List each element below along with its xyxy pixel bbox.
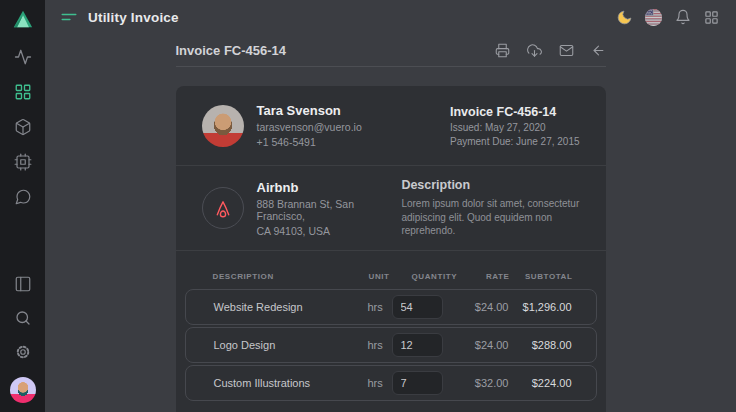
- cpu-icon: [14, 153, 32, 171]
- back-button[interactable]: [591, 43, 606, 58]
- main-content: Invoice FC-456-14: [45, 34, 736, 412]
- col-header-description: DESCRIPTION: [213, 272, 369, 281]
- invoice-description: Description Lorem ipsum dolor sit amet, …: [401, 178, 579, 238]
- invoice-issued-date: Issued: May 27, 2020: [450, 122, 580, 133]
- sidebar-nav-top: [14, 48, 32, 206]
- moon-icon: [616, 9, 633, 26]
- quantity-input[interactable]: [392, 371, 443, 395]
- arrow-left-icon: [591, 43, 606, 58]
- company-name: Airbnb: [257, 180, 402, 195]
- sidebar-item-activity[interactable]: [14, 48, 32, 66]
- panels-icon: [14, 275, 32, 293]
- invoice-toolbar: Invoice FC-456-14: [176, 34, 606, 67]
- item-rate: $24.00: [447, 339, 509, 351]
- table-row: Custom Illustrations hrs $32.00 $224.00: [185, 365, 597, 401]
- table-row: Logo Design hrs $24.00 $288.00: [185, 327, 597, 363]
- company-address-line2: CA 94103, USA: [257, 225, 402, 237]
- sidebar-item-elements[interactable]: [14, 153, 32, 171]
- quantity-input[interactable]: [392, 295, 443, 319]
- item-subtotal: $288.00: [509, 339, 572, 351]
- customer-phone: +1 546-5491: [257, 136, 362, 148]
- navbar-actions: [616, 9, 720, 26]
- profile-avatar[interactable]: [10, 377, 36, 403]
- company-logo-badge: [202, 187, 244, 229]
- notifications-button[interactable]: [674, 9, 691, 26]
- app-logo[interactable]: [0, 0, 45, 38]
- apps-button[interactable]: [703, 9, 720, 26]
- item-rate: $24.00: [447, 301, 509, 313]
- customer-avatar: [202, 105, 244, 147]
- sidebar-item-settings[interactable]: [14, 343, 32, 361]
- table-row: Website Redesign hrs $24.00 $1,296.00: [185, 289, 597, 325]
- bell-icon: [675, 9, 691, 25]
- company-address-line1: 888 Brannan St, San Francisco,: [257, 198, 402, 222]
- invoice-title: Invoice FC-456-14: [176, 43, 287, 58]
- icon-sidebar: [0, 0, 45, 412]
- description-heading: Description: [401, 178, 579, 192]
- item-rate: $32.00: [447, 377, 509, 389]
- invoice-customer-section: Tara Svenson tarasvenson@vuero.io +1 546…: [176, 86, 606, 166]
- us-flag-icon: [645, 9, 662, 26]
- theme-toggle-button[interactable]: [616, 9, 633, 26]
- invoice-meta: Invoice FC-456-14 Issued: May 27, 2020 P…: [450, 105, 580, 147]
- item-description: Website Redesign: [214, 301, 368, 313]
- menu-icon: [59, 7, 79, 27]
- menu-toggle-button[interactable]: [59, 7, 79, 27]
- invoice-actions: [495, 43, 606, 58]
- col-header-quantity: QUANTITY: [393, 272, 448, 281]
- sidebar-nav-bottom: [10, 275, 36, 412]
- customer-name: Tara Svenson: [257, 103, 362, 118]
- item-description: Custom Illustrations: [214, 377, 368, 389]
- sidebar-item-dashboard[interactable]: [14, 83, 32, 101]
- airbnb-logo-icon: [211, 196, 235, 220]
- item-description: Logo Design: [214, 339, 368, 351]
- print-button[interactable]: [495, 43, 510, 58]
- email-button[interactable]: [559, 43, 574, 58]
- search-icon: [14, 309, 32, 327]
- item-unit: hrs: [368, 377, 392, 389]
- invoice-due-date: Payment Due: June 27, 2015: [450, 136, 580, 147]
- box-icon: [14, 118, 32, 136]
- invoice-items-table: DESCRIPTION UNIT QUANTITY RATE SUBTOTAL …: [176, 251, 606, 401]
- mail-icon: [559, 43, 574, 58]
- page-heading: Utility Invoice: [88, 10, 179, 25]
- dashboard-grid-icon: [14, 83, 32, 101]
- printer-icon: [495, 43, 510, 58]
- sidebar-item-search[interactable]: [14, 309, 32, 327]
- invoice-company-section: Airbnb 888 Brannan St, San Francisco, CA…: [176, 166, 606, 251]
- customer-email: tarasvenson@vuero.io: [257, 121, 362, 133]
- apps-grid-icon: [704, 10, 719, 25]
- cloud-download-icon: [527, 43, 542, 58]
- invoice-card: Tara Svenson tarasvenson@vuero.io +1 546…: [176, 86, 606, 412]
- col-header-rate: RATE: [448, 272, 510, 281]
- item-subtotal: $1,296.00: [509, 301, 572, 313]
- invoice-number: Invoice FC-456-14: [450, 105, 580, 119]
- item-unit: hrs: [368, 339, 392, 351]
- sidebar-item-components[interactable]: [14, 118, 32, 136]
- settings-gear-icon: [14, 343, 32, 361]
- chat-icon: [14, 188, 32, 206]
- table-header-row: DESCRIPTION UNIT QUANTITY RATE SUBTOTAL: [185, 263, 597, 289]
- download-button[interactable]: [527, 43, 542, 58]
- activity-icon: [14, 48, 32, 66]
- quantity-input[interactable]: [392, 333, 443, 357]
- col-header-unit: UNIT: [369, 272, 393, 281]
- sidebar-item-messages[interactable]: [14, 188, 32, 206]
- col-header-subtotal: SUBTOTAL: [510, 272, 573, 281]
- logo-triangle-icon: [12, 8, 34, 30]
- item-subtotal: $224.00: [509, 377, 572, 389]
- top-navbar: Utility Invoice: [45, 0, 736, 34]
- sidebar-item-panels[interactable]: [14, 275, 32, 293]
- item-unit: hrs: [368, 301, 392, 313]
- description-text: Lorem ipsum dolor sit amet, consectetur …: [401, 197, 579, 238]
- language-selector[interactable]: [645, 9, 662, 26]
